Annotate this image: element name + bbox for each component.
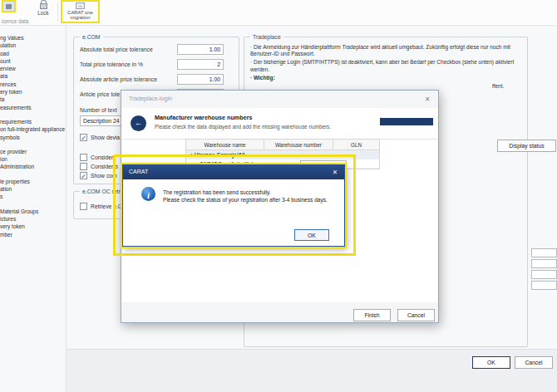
tradeplace-info-text: · Die Anmeldung zur Händlerplattform Tra… [250, 44, 523, 83]
wizard-step-subtitle: Please check the data displayed and add … [155, 124, 331, 130]
message-line-1: The registration has been send successfu… [163, 189, 328, 196]
retrieve-ecom-checkbox[interactable] [80, 203, 87, 210]
sidebar-group: ce provider ion Administration [0, 148, 66, 171]
sidebar-item[interactable]: ce provider [0, 148, 66, 155]
sidebar-item[interactable]: oad [0, 50, 66, 57]
combobox-value: Description 24 [83, 118, 119, 124]
sidebar-item[interactable]: ation [0, 185, 66, 193]
sidebar-item[interactable]: ount [0, 57, 66, 65]
field-label-total-tolerance-pct: Total price tolerance in % [80, 59, 143, 70]
toolbar-icon [6, 4, 12, 9]
ok-button[interactable]: OK [472, 356, 510, 369]
consider-checkbox[interactable] [80, 154, 87, 161]
sidebar-item[interactable]: ictures [0, 215, 66, 223]
column-warehouse-name[interactable]: Warehouse name [186, 140, 264, 149]
field-label-number-of-text: Number of text [80, 106, 117, 114]
tradeplace-paragraph-2: · Der bisherige Login (SMTP/HTTPS) ist d… [250, 59, 523, 72]
tradeplace-paragraph-1: · Die Anmeldung zur Händlerplattform Tra… [250, 44, 523, 57]
total-tolerance-pct-input[interactable] [177, 59, 224, 70]
tradeplace-field-stub-3[interactable] [531, 270, 557, 279]
migration-arrow-glyph: → [78, 3, 83, 8]
sidebar-item[interactable]: Administration [0, 163, 66, 170]
message-text: The registration has been send successfu… [163, 189, 328, 203]
column-warehouse-number[interactable]: Warehouse number [264, 140, 333, 149]
lock-button[interactable]: Lock [32, 0, 55, 22]
expander-icon[interactable]: ◢ [189, 152, 192, 157]
show-com-checkbox[interactable]: ✓ [80, 172, 87, 179]
sidebar-item[interactable]: ta [0, 96, 66, 103]
column-gln[interactable]: GLN [333, 140, 379, 149]
message-line-2: Please check the status of your registra… [163, 196, 328, 203]
sidebar-item[interactable]: very token [0, 223, 66, 230]
message-ok-button[interactable]: OK [294, 229, 329, 241]
field-label-abs-total-tolerance: Absolute total price tolerance [80, 44, 153, 55]
warehouse-group-name: Hisense-Gorenje/All [195, 152, 245, 158]
sidebar-item[interactable]: mber [0, 231, 66, 238]
sidebar-item[interactable]: Material Groups [0, 208, 66, 215]
back-arrow-icon: ← [135, 119, 142, 127]
sidebar-item[interactable]: ng Values [0, 34, 66, 42]
sidebar-group: requirements on full-integrated applianc… [0, 118, 66, 141]
sidebar-item[interactable]: on full-integrated appliance [0, 125, 66, 133]
display-status-button[interactable]: Display status [497, 140, 556, 152]
show-deviation-label: Show devia [91, 134, 120, 141]
carat-one-migration-button[interactable]: → CARAT one migration [61, 0, 100, 23]
sidebar-item[interactable]: le properties [0, 178, 66, 185]
ecom-group-title: e.COM [80, 33, 103, 41]
sidebar-item[interactable]: ata [0, 72, 66, 80]
highlighted-toolbar-icon[interactable] [2, 0, 16, 12]
sidebar-group: le properties ation s [0, 178, 66, 201]
tradeplace-text-fragment: ffent. [492, 83, 504, 89]
tradeplace-field-stub-1[interactable] [531, 248, 557, 257]
footer-bar [67, 349, 557, 392]
sidebar-item[interactable]: easurements [0, 104, 66, 111]
finish-button[interactable]: Finish [353, 309, 391, 321]
message-close-icon[interactable]: ✕ [329, 167, 341, 178]
consider-b-checkbox[interactable] [80, 163, 87, 170]
wizard-step-title: Manufacturer warehouse numbers [155, 114, 252, 121]
carat-message-dialog: CARAT ✕ i The registration has been send… [122, 164, 345, 247]
sidebar-item[interactable]: s [0, 193, 66, 200]
table-header-row: Warehouse name Warehouse number GLN [186, 140, 379, 150]
tradeplace-field-stub-4[interactable] [531, 281, 557, 290]
ribbon-group-caption: icence data [2, 18, 28, 24]
wizard-cancel-button[interactable]: Cancel [397, 309, 435, 321]
consider-label: Consider [91, 154, 113, 161]
field-label-article-price-tolerance: Article price tole [80, 89, 120, 100]
tradeplace-group-title: Tradeplace [250, 33, 283, 41]
tradeplace-paragraph-3: · Wichtig: [250, 75, 523, 81]
sidebar-item[interactable]: erview [0, 65, 66, 72]
tradeplace-field-stub-2[interactable] [531, 259, 557, 268]
abs-total-tolerance-input[interactable] [177, 44, 224, 55]
dialog-titlebar[interactable]: Tradeplace-login ✕ [121, 91, 438, 108]
sidebar-group: ng Values ulation oad ount erview ata re… [0, 34, 66, 111]
sidebar-item[interactable]: ion [0, 155, 66, 163]
message-title: CARAT [129, 169, 148, 174]
dialog-title: Tradeplace-login [129, 96, 172, 101]
migration-icon: → [76, 2, 85, 9]
ribbon-toolbar: Lock → CARAT one migration icence data [0, 0, 557, 26]
table-row-group[interactable]: ◢ Hisense-Gorenje/All [186, 150, 379, 159]
show-com-label: Show com [91, 172, 117, 179]
abs-article-tolerance-input[interactable] [177, 74, 224, 85]
application-window: Lock → CARAT one migration icence data n… [0, 0, 557, 392]
cancel-button[interactable]: Cancel [515, 356, 553, 369]
toolbar-separator [57, 2, 58, 22]
carat-one-migration-label: CARAT one migration [62, 10, 98, 21]
sidebar-item[interactable]: ery token [0, 88, 66, 96]
sidebar-item[interactable]: rences [0, 81, 66, 88]
lock-label: Lock [32, 10, 55, 16]
message-titlebar[interactable]: CARAT ✕ [123, 165, 344, 179]
show-deviation-checkbox[interactable]: ✓ [80, 134, 87, 141]
lock-icon [40, 0, 47, 9]
info-icon: i [141, 187, 155, 201]
sidebar-group: Material Groups ictures very token mber [0, 208, 66, 238]
sidebar-item[interactable]: symbols [0, 134, 66, 141]
back-button[interactable]: ← [131, 115, 146, 131]
sidebar-item[interactable]: requirements [0, 118, 66, 125]
sidebar-nav: ng Values ulation oad ount erview ata re… [0, 26, 67, 392]
consider-b-label: Consider b [91, 163, 118, 170]
sidebar-item[interactable]: ulation [0, 42, 66, 49]
retrieve-ecom-label: Retrieve e.C [91, 203, 122, 210]
dialog-close-icon[interactable]: ✕ [421, 94, 433, 105]
